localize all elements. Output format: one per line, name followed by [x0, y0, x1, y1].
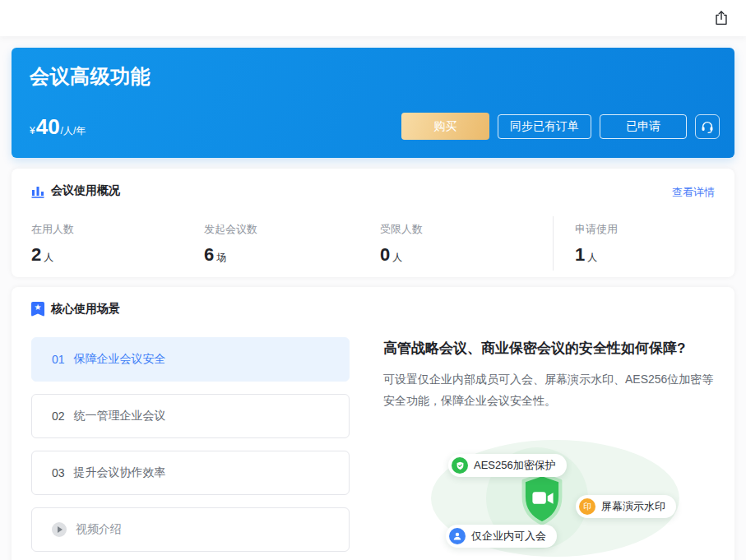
stamp-icon: 印 — [579, 498, 595, 515]
share-icon — [712, 9, 730, 27]
bar-chart-icon — [31, 184, 44, 198]
shield-check-icon — [452, 457, 468, 474]
usage-overview-card: 会议使用概况 查看详情 在用人数 2人 发起会议数 6场 受限人数 0人 申请使… — [12, 169, 734, 277]
top-toolbar — [0, 0, 746, 36]
scenario-heading: 高管战略会议、商业保密会议的安全性如何保障? — [383, 339, 727, 358]
stat-value: 6 — [204, 244, 214, 266]
badge-watermark: 印 屏幕演示水印 — [576, 495, 676, 518]
support-button[interactable] — [695, 114, 720, 139]
sync-orders-button[interactable]: 同步已有订单 — [498, 114, 591, 139]
stats-divider — [553, 216, 554, 271]
scenario-detail: 高管战略会议、商业保密会议的安全性如何保障? 可设置仅企业内部成员可入会、屏幕演… — [383, 339, 727, 411]
page-title: 会议高级功能 — [30, 63, 151, 90]
video-intro-item[interactable]: 视频介绍 — [31, 507, 350, 552]
stat-unit: 人 — [392, 251, 402, 265]
scenario-item-security[interactable]: 01 保障企业会议安全 — [31, 337, 350, 382]
core-scenarios-card: ★ 核心使用场景 01 保障企业会议安全 02 统一管理企业会议 03 提升会议… — [12, 287, 734, 560]
stat-value: 0 — [380, 244, 390, 266]
stat-value: 2 — [31, 244, 41, 266]
play-icon — [52, 522, 67, 537]
stat-label: 申请使用 — [575, 222, 618, 237]
usage-card-title: 会议使用概况 — [51, 183, 120, 198]
price-unit: /人/年 — [61, 124, 86, 138]
scenario-label: 保障企业会议安全 — [74, 352, 166, 367]
stat-meetings-started: 发起会议数 6场 — [204, 222, 380, 266]
share-button[interactable] — [711, 7, 732, 29]
page: { "topbar": { "share_icon": "share-up-ar… — [0, 0, 746, 560]
hero-actions: 购买 同步已有订单 已申请 — [401, 113, 720, 140]
stat-label: 发起会议数 — [204, 222, 380, 237]
scenario-index: 02 — [52, 410, 65, 423]
applied-button[interactable]: 已申请 — [600, 114, 687, 139]
headset-icon — [700, 119, 715, 134]
stat-unit: 人 — [587, 251, 597, 265]
shield-camera-icon — [518, 472, 566, 530]
scenario-item-efficiency[interactable]: 03 提升会议协作效率 — [31, 451, 350, 495]
usage-stats-row: 在用人数 2人 发起会议数 6场 受限人数 0人 申请使用 1人 — [31, 216, 715, 271]
badge-label: AES256加密保护 — [474, 458, 556, 473]
video-intro-label: 视频介绍 — [76, 522, 122, 537]
badge-encryption: AES256加密保护 — [448, 454, 567, 477]
buy-button[interactable]: 购买 — [401, 113, 489, 140]
product-hero-banner: 会议高级功能 ¥ 40 /人/年 购买 同步已有订单 已申请 — [12, 48, 734, 158]
scenario-label: 提升会议协作效率 — [74, 465, 166, 480]
stat-label: 在用人数 — [31, 222, 204, 237]
stat-restricted-users: 受限人数 0人 — [380, 222, 553, 266]
badge-label: 仅企业内可入会 — [471, 529, 546, 544]
price: ¥ 40 /人/年 — [30, 114, 86, 140]
scenarios-card-header: ★ 核心使用场景 — [31, 302, 120, 317]
scenario-label: 统一管理企业会议 — [74, 409, 166, 423]
price-amount: 40 — [36, 114, 60, 140]
stat-unit: 场 — [216, 251, 226, 265]
badge-internal-only: 仅企业内可入会 — [446, 525, 557, 548]
scenarios-card-title: 核心使用场景 — [51, 302, 120, 317]
scenario-index: 03 — [52, 466, 65, 479]
stat-applied-users: 申请使用 1人 — [575, 222, 618, 266]
price-currency: ¥ — [30, 125, 35, 137]
stat-unit: 人 — [44, 251, 53, 265]
scenario-description: 可设置仅企业内部成员可入会、屏幕演示水印、AES256位加密等安全功能，保障企业… — [383, 368, 717, 411]
stat-value: 1 — [575, 244, 585, 266]
person-icon — [449, 528, 466, 544]
view-details-link[interactable]: 查看详情 — [672, 185, 715, 200]
stat-label: 受限人数 — [380, 222, 553, 237]
scenario-index: 01 — [52, 353, 65, 366]
scenario-item-management[interactable]: 02 统一管理企业会议 — [31, 394, 350, 438]
stat-active-users: 在用人数 2人 — [31, 222, 204, 266]
usage-card-header: 会议使用概况 — [31, 183, 120, 198]
badge-label: 屏幕演示水印 — [601, 499, 665, 514]
bookmark-star-icon: ★ — [31, 302, 44, 317]
scenario-list: 01 保障企业会议安全 02 统一管理企业会议 03 提升会议协作效率 视频介绍 — [31, 337, 350, 560]
